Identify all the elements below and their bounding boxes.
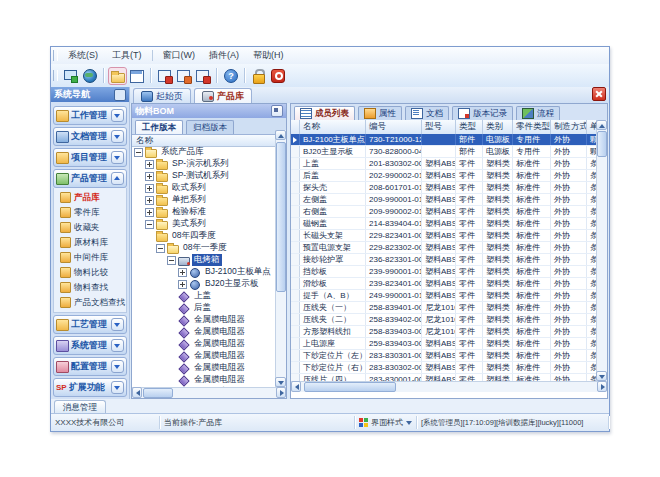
tree-node[interactable]: 08年一季度 [132,242,275,254]
table-row[interactable]: 压线片（四）283-830001-00X塑料ABS零件塑料类标准件外协条 [291,374,598,381]
help-icon[interactable] [222,68,239,84]
column-header[interactable]: 型号 [422,120,456,134]
expander-plus-icon[interactable] [178,280,187,289]
tree-node[interactable]: 08年四季度 [132,230,275,242]
column-header[interactable]: 类别 [483,120,513,134]
tree-node[interactable]: 金属膜电阻器 [132,374,275,386]
table-row[interactable]: 右侧盖209-990002-01X塑料ABS零件塑料类标准件外协条 [291,206,598,218]
chevron-up-icon[interactable] [111,172,124,185]
column-header[interactable]: 类型 [456,120,483,134]
expander-minus-icon[interactable] [156,244,165,253]
column-header[interactable]: 编号 [366,120,422,134]
expander-plus-icon[interactable] [145,172,154,181]
sidebar-item[interactable]: 收藏夹 [54,220,126,235]
scroll-up-icon[interactable] [596,120,607,130]
sidebar-group-header[interactable]: 配置管理 [53,357,127,376]
tree-node[interactable]: 金属膜电阻器 [132,314,275,326]
sidebar-group-header[interactable]: SP扩展功能 [53,378,127,397]
sidebar-item[interactable]: 物料查找 [54,280,126,295]
layout-icon[interactable] [128,68,145,84]
scroll-right-icon[interactable] [276,387,286,398]
chevron-down-icon[interactable] [111,381,124,394]
tree-node[interactable]: 金属膜电阻器 [132,362,275,374]
expander-minus-icon[interactable] [134,148,143,157]
menu-item[interactable]: 帮助(H) [246,48,291,63]
scroll-right-icon[interactable] [597,381,607,392]
sidebar-item[interactable]: 产品文档查找 [54,295,126,310]
tree-node[interactable]: 金属膜电阻器 [132,338,275,350]
power-icon[interactable] [269,68,286,84]
table-row[interactable]: 压线夹（一）258-839401-00X尼龙1010零件塑料类标准件外协条 [291,302,598,314]
sidebar-group-header[interactable]: 文档管理 [53,127,127,146]
table-row[interactable]: 后盖202-990002-01X塑料ABS零件塑料类标准件外协条 [291,170,598,182]
tree-node[interactable]: 金属膜电阻器 [132,326,275,338]
tree-vertical-scrollbar[interactable] [275,130,286,387]
table-row[interactable]: 预置电源支架229-823302-00X塑料ABS零件塑料类标准件外协条 [291,242,598,254]
members-tab[interactable]: 成员列表 [294,106,355,120]
table-row[interactable]: 接纱轮护罩236-823301-00X塑料ABS零件塑料类标准件外协条 [291,254,598,266]
sidebar-item[interactable]: 产品库 [54,190,126,205]
win-note-icon[interactable] [175,68,192,84]
sidebar-group-header[interactable]: 工艺管理 [53,315,127,334]
table-row[interactable]: 挡纱板239-990001-01X塑料ABS零件塑料类标准件外协条 [291,266,598,278]
column-header[interactable]: 名称 [300,120,366,134]
tree-horizontal-scrollbar[interactable] [132,387,286,398]
members-tab[interactable]: 文档 [405,106,449,120]
sidebar-item[interactable]: 原材料库 [54,235,126,250]
tree-hscroll-thumb[interactable] [143,388,173,398]
globe-icon[interactable] [81,68,98,84]
lock-icon[interactable] [250,68,267,84]
bom-tab[interactable]: 归档版本 [186,120,234,134]
win-run-icon[interactable] [194,68,211,84]
tree-node[interactable]: 欧式系列 [132,182,275,194]
expander-plus-icon[interactable] [145,196,154,205]
chevron-down-icon[interactable] [111,130,124,143]
table-row[interactable]: 长磁头支架229-823401-00X塑料ABS零件塑料类标准件外协条 [291,230,598,242]
sidebar-group-header[interactable]: 工作管理 [53,106,127,125]
table-row[interactable]: 探头壳208-601701-01X塑料ABS零件塑料类标准件外协条 [291,182,598,194]
table-hscroll-thumb[interactable] [304,382,396,392]
column-header[interactable]: 制造方式 [551,120,587,134]
ui-style-selector[interactable]: 界面样式 [355,416,417,429]
bom-tab[interactable]: 工作版本 [135,120,183,134]
chevron-down-icon[interactable] [111,318,124,331]
chevron-down-icon[interactable] [111,360,124,373]
tree-vscroll-thumb[interactable] [276,142,286,292]
scroll-left-icon[interactable] [291,381,301,392]
table-row[interactable]: 磁钢盖214-839404-01X塑料ABS零件塑料类标准件外协条 [291,218,598,230]
table-row[interactable]: 下纱定位片（右）283-830302-00X塑料ABS零件塑料类标准件外协条 [291,362,598,374]
tree-node[interactable]: 单把系列 [132,194,275,206]
chevron-down-icon[interactable] [111,151,124,164]
tree-node[interactable]: 后盖 [132,302,275,314]
menu-item[interactable]: 插件(A) [202,48,246,63]
expander-plus-icon[interactable] [145,184,154,193]
members-tab[interactable]: 属性 [358,106,402,120]
table-row[interactable]: 提手（A、B）249-990001-01X塑料ABS零件塑料类标准件外协条 [291,290,598,302]
doc-tab[interactable]: 产品库 [194,88,252,103]
table-vertical-scrollbar[interactable] [596,120,607,381]
members-tab[interactable]: 流程 [516,106,560,120]
sidebar-item[interactable]: 物料比较 [54,265,126,280]
scroll-down-icon[interactable] [596,371,607,381]
scroll-down-icon[interactable] [275,377,286,387]
tree-node[interactable]: BJ-2100主板单点 [132,266,275,278]
table-vscroll-thumb[interactable] [597,131,607,157]
table-row[interactable]: 压线夹（二）258-839402-00X尼龙1010零件塑料类标准件外协条 [291,314,598,326]
scroll-left-icon[interactable] [132,387,142,398]
table-row[interactable]: 上电源座259-839403-00X塑料ABS零件塑料类标准件外协条 [291,338,598,350]
chevron-down-icon[interactable] [111,109,124,122]
expander-minus-icon[interactable] [145,220,154,229]
tree-node[interactable]: 美式系列 [132,218,275,230]
pin-icon[interactable] [271,105,283,117]
table-horizontal-scrollbar[interactable] [291,381,607,392]
message-management-tab[interactable]: 消息管理 [54,400,106,414]
table-row[interactable]: 左侧盖209-990001-01X塑料ABS零件塑料类标准件外协条 [291,194,598,206]
tree-node[interactable]: 系统产品库 [132,146,275,158]
sidebar-group-header[interactable]: 项目管理 [53,148,127,167]
sidebar-group-header[interactable]: 产品管理 [53,169,127,188]
sidebar-collapse-button[interactable] [114,89,126,101]
column-header[interactable]: 零件类型 [513,120,551,134]
table-row[interactable]: 下纱定位片（左）283-830301-00X塑料ABS零件塑料类标准件外协条 [291,350,598,362]
computer-icon[interactable] [62,68,79,84]
win-close-icon[interactable] [156,68,173,84]
